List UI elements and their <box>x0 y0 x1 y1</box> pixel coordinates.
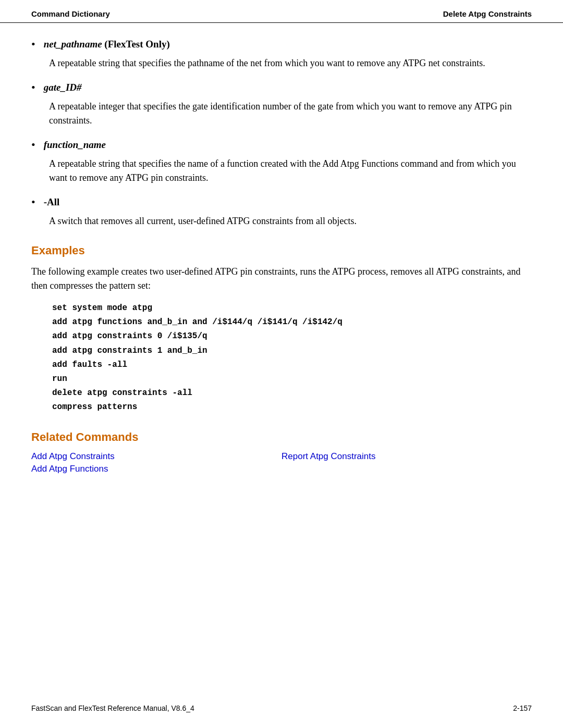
examples-heading: Examples <box>31 244 532 257</box>
page-footer: FastScan and FlexTest Reference Manual, … <box>31 704 532 712</box>
bullet-net-pathname: • net_pathname (FlexTest Only) A repeata… <box>31 39 532 70</box>
code-block: set system mode atpg add atpg functions … <box>52 301 532 415</box>
related-commands-heading: Related Commands <box>31 430 532 444</box>
bullet-desc-function-name: A repeatable string that specifies the n… <box>49 157 532 185</box>
code-line-8: compress patterns <box>52 400 532 414</box>
examples-section: Examples The following example creates t… <box>31 244 532 415</box>
code-line-3: add atpg constraints 0 /i$135/q <box>52 329 532 343</box>
footer-left: FastScan and FlexTest Reference Manual, … <box>31 704 194 712</box>
code-line-4: add atpg constraints 1 and_b_in <box>52 344 532 358</box>
related-commands-section: Related Commands Add Atpg Constraints Re… <box>31 430 532 474</box>
footer-right: 2-157 <box>513 704 532 712</box>
bullet-all: • -All A switch that removes all current… <box>31 196 532 228</box>
bullet-item-gate-id: • gate_ID# <box>31 82 532 94</box>
bullet-title-net-pathname: net_pathname (FlexTest Only) <box>44 39 170 50</box>
bullet-dot-net-pathname: • <box>31 38 35 51</box>
bullet-gate-id: • gate_ID# A repeatable integer that spe… <box>31 82 532 128</box>
gate-id-title: gate_ID# <box>44 82 82 93</box>
link-add-atpg-constraints[interactable]: Add Atpg Constraints <box>31 451 282 462</box>
code-line-5: add faults -all <box>52 358 532 372</box>
function-name-title: function_name <box>44 139 106 151</box>
net-pathname-title: net_pathname <box>44 39 102 50</box>
code-line-7: delete atpg constraints -all <box>52 386 532 400</box>
main-content: • net_pathname (FlexTest Only) A repeata… <box>0 23 563 505</box>
bullet-function-name: • function_name A repeatable string that… <box>31 139 532 185</box>
page-header: Command Dictionary Delete Atpg Constrain… <box>0 0 563 23</box>
page-container: Command Dictionary Delete Atpg Constrain… <box>0 0 563 728</box>
bullet-item-all: • -All <box>31 196 532 209</box>
link-report-atpg-constraints[interactable]: Report Atpg Constraints <box>282 451 532 462</box>
bullet-item-net-pathname: • net_pathname (FlexTest Only) <box>31 39 532 51</box>
link-add-atpg-functions[interactable]: Add Atpg Functions <box>31 464 282 474</box>
all-title: -All <box>44 196 60 208</box>
code-line-6: run <box>52 372 532 386</box>
header-left: Command Dictionary <box>31 9 110 18</box>
net-pathname-suffix: (FlexTest Only) <box>102 39 170 50</box>
header-right: Delete Atpg Constraints <box>443 9 532 18</box>
bullet-item-function-name: • function_name <box>31 139 532 152</box>
bullet-dot-gate-id: • <box>31 81 35 94</box>
related-links-grid: Add Atpg Constraints Report Atpg Constra… <box>31 451 532 474</box>
examples-intro: The following example creates two user-d… <box>31 265 532 293</box>
bullet-dot-function-name: • <box>31 138 35 152</box>
code-line-1: set system mode atpg <box>52 301 532 315</box>
bullet-desc-all: A switch that removes all current, user-… <box>49 214 532 228</box>
bullet-desc-gate-id: A repeatable integer that specifies the … <box>49 100 532 128</box>
code-line-2: add atpg functions and_b_in and /i$144/q… <box>52 315 532 329</box>
bullet-desc-net-pathname: A repeatable string that specifies the p… <box>49 56 532 70</box>
bullet-dot-all: • <box>31 195 35 209</box>
